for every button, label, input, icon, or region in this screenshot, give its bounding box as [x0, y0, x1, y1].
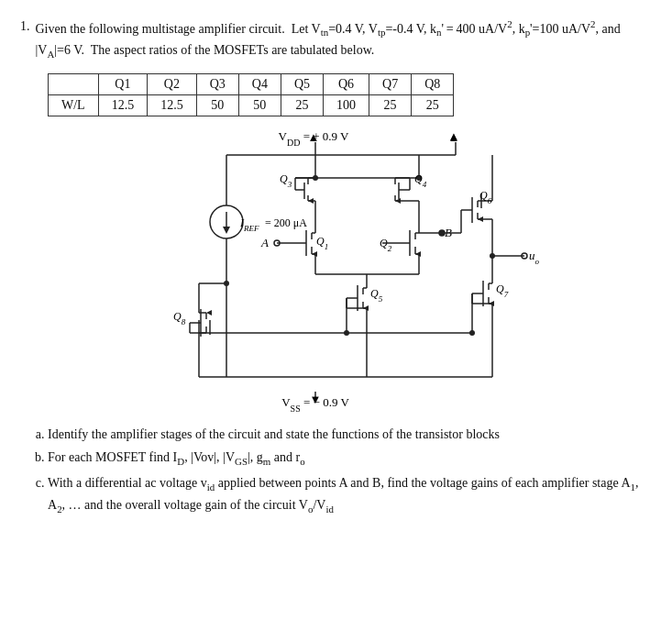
problem-text: Given the following multistage amplifier…	[36, 17, 653, 62]
q7-label: Q7	[496, 282, 509, 299]
table-q7-value: 25	[369, 95, 412, 116]
table-q8-value: 25	[412, 95, 454, 116]
question-c: With a differential ac voltage vid appli…	[48, 473, 652, 518]
svg-marker-16	[308, 198, 314, 204]
table-q2-value: 12.5	[148, 95, 197, 116]
questions-container: Identify the amplifier stages of the cir…	[20, 425, 652, 517]
svg-marker-48	[415, 251, 421, 257]
table-q5-value: 25	[281, 95, 323, 116]
aspect-ratio-table: Q1 Q2 Q3 Q4 Q5 Q6 Q7 Q8 W/L 12.5 12.5 50…	[48, 73, 652, 116]
q8-label: Q8	[173, 310, 186, 327]
q2-label: Q2	[380, 237, 392, 253]
q5-label: Q5	[370, 287, 383, 304]
vo-label: uo	[529, 249, 540, 266]
table-header-empty	[49, 74, 99, 95]
table-header-q7: Q7	[369, 74, 412, 95]
iref-label: IREF	[239, 216, 259, 233]
svg-point-77	[439, 230, 445, 236]
svg-marker-65	[363, 305, 369, 311]
q3-label: Q3	[280, 172, 292, 189]
table-q1-value: 12.5	[98, 95, 148, 116]
table-q3-value: 50	[196, 95, 238, 116]
table-header-q2: Q2	[148, 74, 197, 95]
question-a: Identify the amplifier stages of the cir…	[48, 425, 652, 445]
table-header-q3: Q3	[196, 74, 238, 95]
iref-value: = 200 μA	[265, 216, 307, 229]
circuit-svg: VDD = + 0.9 V ▲ VSS = − 0.9 V	[107, 127, 566, 412]
question-b: For each MOSFET find ID, |Vov|, |VGS|, g…	[48, 448, 652, 470]
problem-header: 1. Given the following multistage amplif…	[20, 17, 652, 62]
q1-label: Q1	[316, 235, 328, 251]
q4-label: Q4	[414, 172, 427, 189]
table-header-q5: Q5	[281, 74, 323, 95]
vdd-arrow2: ▲	[447, 130, 459, 144]
node-a-label: A	[260, 236, 269, 249]
table-header-q1: Q1	[98, 74, 148, 95]
table-wl-label: W/L	[49, 95, 99, 116]
svg-marker-38	[312, 251, 317, 257]
circuit-diagram: VDD = + 0.9 V ▲ VSS = − 0.9 V	[20, 127, 652, 412]
table-q4-value: 50	[238, 95, 281, 116]
table-header-q8: Q8	[412, 74, 454, 95]
svg-marker-7	[223, 227, 230, 234]
problem-number: 1.	[20, 17, 30, 62]
problem-container: 1. Given the following multistage amplif…	[20, 17, 652, 517]
vss-arrow: ▼	[309, 393, 321, 406]
svg-marker-101	[206, 310, 212, 316]
table-q6-value: 100	[324, 95, 369, 116]
svg-point-106	[224, 281, 229, 286]
table-header-q6: Q6	[324, 74, 369, 95]
vdd-arrow: ▲	[307, 130, 319, 144]
svg-marker-74	[478, 216, 483, 222]
svg-point-112	[469, 330, 475, 336]
table-header-q4: Q4	[238, 74, 281, 95]
svg-marker-26	[395, 198, 401, 204]
